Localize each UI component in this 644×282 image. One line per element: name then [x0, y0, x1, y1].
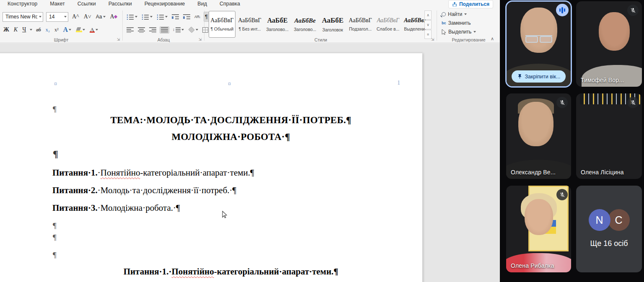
mic-muted-icon: [627, 5, 639, 16]
line-spacing-icon: [176, 27, 181, 33]
change-case-button[interactable]: Аа: [95, 12, 106, 21]
chevron-down-icon: [464, 13, 467, 15]
align-center-button[interactable]: [137, 27, 146, 33]
chevron-down-icon: [135, 16, 137, 18]
question-line-3: Питання·3.·Молодіжна·робота.·¶: [52, 203, 180, 213]
line-spacing-button[interactable]: ↕: [172, 25, 185, 34]
tab-layout[interactable]: Макет: [50, 0, 65, 8]
subscript-button[interactable]: x₂: [45, 25, 51, 34]
align-right-icon: [149, 27, 156, 33]
align-right-button[interactable]: [148, 27, 157, 33]
question-line-1: Питання·1.·Понятійно-категоріальний·апар…: [52, 168, 254, 178]
superscript-button[interactable]: x²: [54, 25, 59, 34]
strikethrough-button[interactable]: аб: [35, 25, 41, 34]
font-size-combo[interactable]: 14: [46, 12, 68, 22]
justify-button[interactable]: [160, 26, 169, 34]
tab-review[interactable]: Рецензирование: [145, 0, 185, 8]
replace-button[interactable]: bc Заменить: [442, 19, 471, 27]
style-heading1[interactable]: АаБбЕЗаголово...: [264, 11, 291, 38]
search-icon: [442, 12, 446, 16]
tab-mailings[interactable]: Рассылки: [109, 0, 132, 8]
bold-button[interactable]: Ж: [3, 25, 10, 34]
style-title[interactable]: АаБбЕЗаголовок: [319, 11, 346, 38]
chevron-down-icon: [196, 29, 198, 31]
tab-view[interactable]: Вид: [197, 0, 207, 8]
decrease-indent-icon: [172, 14, 179, 20]
styles-scroll-up[interactable]: ∧: [424, 10, 432, 20]
participant-tile[interactable]: Тимофей Вор...: [576, 1, 642, 87]
sort-button[interactable]: АЯ↓: [194, 12, 201, 21]
share-icon: [452, 2, 457, 7]
align-left-icon: [127, 27, 134, 33]
find-button[interactable]: Найти: [442, 10, 467, 18]
italic-button[interactable]: К: [13, 25, 18, 34]
participant-tile-speaking[interactable]: Закріпити вік...: [505, 0, 572, 88]
ribbon: Times New Rom 14 А^ А˅ Аа А Ж К Ч аб x₂ …: [0, 8, 500, 43]
mouse-cursor: [222, 211, 228, 219]
styles-dialog-launcher[interactable]: ⇲: [430, 37, 435, 42]
pin-window-button[interactable]: Закріпити вік...: [512, 70, 566, 83]
overflow-participants-tile[interactable]: N C Ще 16 осіб: [576, 186, 642, 272]
paragraph-dialog-launcher[interactable]: ⇲: [198, 37, 202, 42]
numbered-list-icon: [142, 14, 149, 20]
misspelled-word: Понятійно: [172, 266, 214, 277]
shrink-font-button[interactable]: А˅: [83, 12, 92, 21]
select-button[interactable]: Выделить: [442, 28, 476, 36]
font-dialog-launcher[interactable]: ⇲: [116, 37, 121, 42]
align-left-button[interactable]: [126, 27, 134, 33]
collapse-ribbon-button[interactable]: ∧: [491, 36, 494, 41]
doc-title-line2: МОЛОДІЖНА·РОБОТА·¶: [52, 132, 409, 142]
highlight-button[interactable]: [75, 27, 86, 33]
replace-icon: bc: [442, 21, 446, 25]
chevron-down-icon: [181, 29, 184, 31]
pin-icon: [517, 74, 522, 79]
pilcrow-mark: ¶: [53, 221, 57, 230]
share-button[interactable]: Поделиться: [448, 0, 493, 8]
audio-active-indicator: [556, 4, 569, 16]
chevron-down-icon: [473, 31, 476, 33]
glasses: [525, 35, 552, 41]
participant-tile[interactable]: Олександр Ве...: [506, 93, 571, 179]
header-cell-mark: ¤: [228, 80, 231, 87]
document-canvas: ¤ ¤ 1 ¶ ТЕМА:·МОЛОДЬ·ТА·ДОСЛІДЖЕННЯ·ЇЇ·П…: [0, 44, 500, 282]
chevron-down-icon: [150, 16, 153, 18]
tab-references[interactable]: Ссылки: [78, 0, 96, 8]
styles-scroll-down[interactable]: ∨: [424, 20, 432, 29]
participant-tile[interactable]: Олена Рибалка: [506, 186, 571, 272]
doc-title-line1: ТЕМА:·МОЛОДЬ·ТА·ДОСЛІДЖЕННЯ·ЇЇ·ПОТРЕБ.¶: [52, 115, 409, 126]
paint-bucket-icon: [188, 26, 194, 33]
multilevel-list-icon: [157, 14, 164, 20]
style-no-spacing[interactable]: АаБбВвГ¶ Без инт...: [236, 11, 263, 38]
font-color-button[interactable]: А: [89, 26, 99, 33]
style-subtitle[interactable]: АаБбВвГПодзагол...: [347, 11, 374, 38]
underline-button[interactable]: Ч: [21, 25, 27, 34]
tab-help[interactable]: Справка: [220, 0, 240, 8]
group-separator: [437, 10, 437, 41]
multilevel-list-button[interactable]: [156, 14, 168, 20]
style-heading2[interactable]: АаБбВеЗаголово...: [292, 11, 318, 38]
avatar: C: [608, 209, 630, 231]
ribbon-tab-bar: Конструктор Макет Ссылки Рассылки Реценз…: [0, 0, 500, 8]
participant-tile[interactable]: Олена Лісіцина: [576, 93, 642, 179]
bullets-button[interactable]: [126, 14, 138, 20]
pilcrow-mark: ¶: [53, 233, 57, 242]
style-normal[interactable]: АаБбВвГ¶ Обычный: [209, 11, 235, 38]
clear-formatting-button[interactable]: А: [109, 12, 118, 21]
tab-design[interactable]: Конструктор: [8, 0, 37, 8]
increase-indent-button[interactable]: [182, 14, 191, 20]
justify-icon: [161, 27, 168, 33]
more-participants-label: Ще 16 осіб: [576, 239, 642, 248]
chevron-down-icon: [30, 29, 32, 31]
numbering-button[interactable]: [141, 14, 153, 20]
mic-muted-icon: [556, 189, 568, 200]
grow-font-button[interactable]: А^: [71, 12, 80, 21]
chevron-down-icon: [103, 16, 106, 18]
shading-button[interactable]: [187, 26, 199, 33]
decrease-indent-button[interactable]: [171, 14, 180, 20]
meet-panel: Закріпити вік... Тимофей Вор... Олександ…: [500, 0, 644, 282]
text-effects-button[interactable]: А: [62, 25, 72, 34]
chevron-down-icon: [96, 29, 98, 31]
chevron-down-icon: [64, 16, 67, 18]
style-subtle-emphasis[interactable]: АаБбВвГСлабое в...: [375, 11, 401, 38]
font-name-combo[interactable]: Times New Rom: [3, 12, 43, 22]
